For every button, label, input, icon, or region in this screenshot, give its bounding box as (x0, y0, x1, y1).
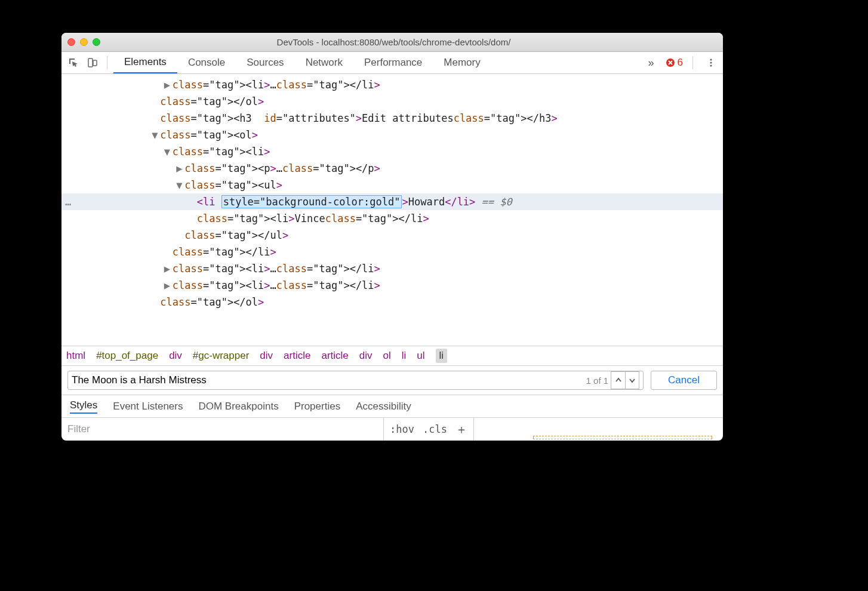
toolbar-separator (692, 56, 693, 69)
find-input-container: 1 of 1 (67, 371, 644, 390)
dom-row[interactable]: class="tag"></li> (61, 244, 723, 260)
dom-row[interactable]: class="tag"></ol> (61, 294, 723, 310)
styles-filter-container (61, 418, 384, 441)
tab-sources[interactable]: Sources (236, 52, 294, 73)
toggle-hover-button[interactable]: :hov (390, 423, 414, 435)
tab-console[interactable]: Console (177, 52, 236, 73)
breadcrumb-item[interactable]: article (284, 350, 310, 362)
box-model-preview (533, 436, 712, 439)
traffic-lights (67, 38, 100, 46)
dom-row[interactable]: class="tag"></ul> (61, 227, 723, 244)
dom-row[interactable]: ▼class="tag"><li> (61, 143, 723, 160)
sidebar-tab-dom-breakpoints[interactable]: DOM Breakpoints (198, 401, 278, 413)
breadcrumb-item[interactable]: html (66, 350, 85, 362)
new-style-rule-button[interactable]: ＋ (455, 421, 467, 438)
window-title: DevTools - localhost:8080/web/tools/chro… (100, 37, 717, 47)
tab-elements[interactable]: Elements (113, 52, 177, 73)
svg-point-3 (710, 59, 712, 60)
dom-breadcrumb: html#top_of_pagediv#gc-wrapperdivarticle… (61, 346, 723, 366)
breadcrumb-item[interactable]: ul (417, 350, 424, 362)
more-tabs-icon[interactable]: » (643, 54, 660, 71)
zoom-window-button[interactable] (93, 38, 100, 46)
sidebar-tab-styles[interactable]: Styles (70, 399, 97, 414)
sidebar-tabs: StylesEvent ListenersDOM BreakpointsProp… (61, 395, 723, 418)
breadcrumb-item[interactable]: #gc-wrapper (193, 350, 250, 362)
attribute-edit-box[interactable]: style="background-color:gold" (221, 195, 402, 208)
dom-row[interactable]: ▶class="tag"><li>…class="tag"></li> (61, 260, 723, 277)
elements-dom-tree[interactable]: ▶class="tag"><li>…class="tag"></li> clas… (61, 74, 723, 346)
error-badge[interactable]: 6 (666, 57, 683, 69)
tab-network[interactable]: Network (295, 52, 353, 73)
sidebar-tab-properties[interactable]: Properties (294, 401, 340, 413)
svg-point-4 (710, 61, 712, 63)
dom-row[interactable]: ▶class="tag"><li>…class="tag"></li> (61, 76, 723, 93)
kebab-menu-icon[interactable] (703, 54, 719, 71)
toggle-classes-button[interactable]: .cls (423, 423, 447, 435)
dom-row[interactable]: class="tag"></ol> (61, 93, 723, 110)
minimize-window-button[interactable] (80, 38, 88, 46)
find-prev-button[interactable] (611, 371, 625, 389)
devtools-window: DevTools - localhost:8080/web/tools/chro… (61, 33, 723, 441)
breadcrumb-item[interactable]: #top_of_page (96, 350, 158, 362)
breadcrumb-item[interactable]: ol (383, 350, 391, 362)
svg-point-5 (710, 64, 712, 66)
inspect-element-icon[interactable] (65, 54, 82, 71)
sidebar-tab-event-listeners[interactable]: Event Listeners (113, 401, 183, 413)
breadcrumb-item[interactable]: li (402, 350, 407, 362)
find-next-button[interactable] (625, 371, 639, 389)
toolbar-separator (107, 56, 107, 69)
svg-rect-0 (88, 59, 93, 67)
window-titlebar: DevTools - localhost:8080/web/tools/chro… (61, 33, 723, 52)
styles-toolbar: :hov .cls ＋ (61, 418, 723, 441)
tab-memory[interactable]: Memory (433, 52, 491, 73)
styles-body (474, 418, 723, 441)
breadcrumb-item[interactable]: div (169, 350, 182, 362)
dom-row[interactable]: ▶class="tag"><li>…class="tag"></li> (61, 277, 723, 294)
svg-rect-1 (93, 60, 97, 66)
find-bar: 1 of 1 Cancel (61, 366, 723, 395)
dom-row[interactable]: ▼class="tag"><ul> (61, 177, 723, 193)
dom-row[interactable]: class="tag"><li>Vinceclass="tag"></li> (61, 210, 723, 227)
dom-row[interactable]: ▼class="tag"><ol> (61, 127, 723, 143)
panel-tabs: ElementsConsoleSourcesNetworkPerformance… (113, 52, 491, 73)
devtools-toolbar: ElementsConsoleSourcesNetworkPerformance… (61, 52, 723, 74)
error-count: 6 (678, 57, 683, 69)
dom-row[interactable]: class="tag"><h3 id="attributes">Edit att… (61, 110, 723, 127)
dom-row[interactable]: ▶class="tag"><p>…class="tag"></p> (61, 160, 723, 177)
close-window-button[interactable] (67, 38, 75, 46)
device-toolbar-icon[interactable] (84, 54, 101, 71)
dom-selected-row[interactable]: <li style="background-color:gold">Howard… (61, 193, 723, 210)
sidebar-tab-accessibility[interactable]: Accessibility (356, 401, 411, 413)
find-nav-buttons (611, 371, 639, 389)
find-match-count: 1 of 1 (586, 375, 609, 386)
breadcrumb-item[interactable]: div (359, 350, 373, 362)
breadcrumb-item[interactable]: div (260, 350, 273, 362)
styles-controls: :hov .cls ＋ (384, 418, 474, 441)
tab-performance[interactable]: Performance (353, 52, 433, 73)
find-cancel-button[interactable]: Cancel (651, 371, 717, 390)
find-input[interactable] (72, 374, 584, 386)
breadcrumb-item[interactable]: article (321, 350, 348, 362)
breadcrumb-item[interactable]: li (436, 349, 448, 363)
styles-filter-input[interactable] (67, 423, 377, 435)
